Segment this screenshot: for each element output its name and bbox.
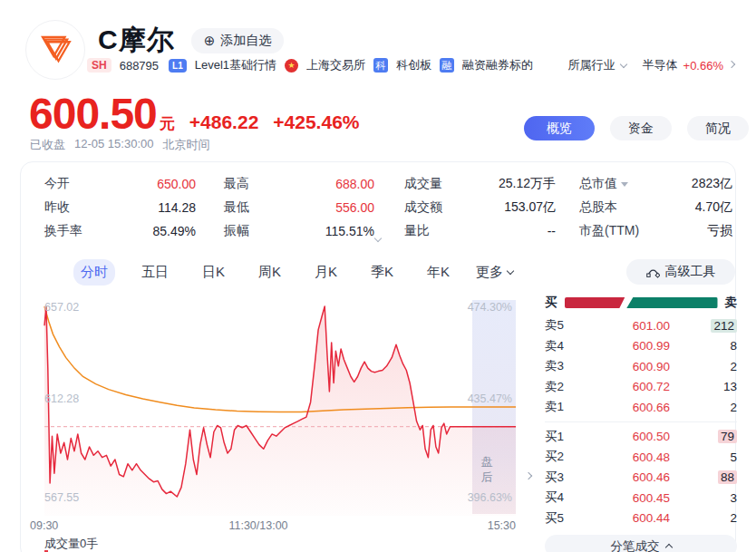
orderbook-level: 买3 xyxy=(545,470,586,486)
chart-period-tabs: 分时五日日K周K月K季K年K更多 xyxy=(73,258,513,286)
add-watchlist-label: 添加自选 xyxy=(220,33,271,49)
stat-label: 总股本 xyxy=(579,199,617,216)
stat-总股本: 总股本4.70亿 xyxy=(579,196,732,219)
stat-value: -- xyxy=(548,224,556,238)
china-flag-icon: ★ xyxy=(285,59,298,73)
stat-label: 成交量 xyxy=(404,176,442,192)
tab-funds[interactable]: 资金 xyxy=(610,116,672,140)
plus-circle-icon: ⊕ xyxy=(204,34,216,47)
orderbook-level: 买5 xyxy=(545,510,586,527)
chart-tab-周K[interactable]: 周K xyxy=(251,259,288,286)
stat-value: 115.51% xyxy=(325,224,374,238)
y-axis-right-mid: 435.47% xyxy=(468,392,512,405)
advanced-tools-button[interactable]: 高级工具 xyxy=(626,259,735,285)
orderbook-level: 卖4 xyxy=(545,338,586,354)
ask-rows: 卖5601.00212卖4600.998卖3600.902卖2600.7213卖… xyxy=(545,315,737,418)
orderbook-row-买2[interactable]: 买2600.485 xyxy=(545,447,737,468)
stat-label: 最高 xyxy=(224,176,249,192)
chevron-up-icon xyxy=(664,544,672,551)
orderbook-price: 600.72 xyxy=(586,380,690,393)
industry-label: 所属行业 xyxy=(568,57,615,73)
orderbook-row-买5[interactable]: 买5600.442 xyxy=(545,508,737,529)
industry-change: +0.66% xyxy=(683,59,723,73)
orderbook-price: 600.44 xyxy=(586,511,690,525)
orderbook-row-卖5[interactable]: 卖5601.00212 xyxy=(545,315,737,336)
orderbook-row-买3[interactable]: 买3600.4688 xyxy=(545,468,737,489)
orderbook-row-卖2[interactable]: 卖2600.7213 xyxy=(545,377,737,398)
after-hours-label: 盘后 xyxy=(479,454,495,485)
orderbook-level: 买2 xyxy=(545,449,586,465)
stat-value: 688.00 xyxy=(335,177,374,191)
y-axis-right-bottom: 396.63% xyxy=(468,491,512,504)
orderbook-price: 600.90 xyxy=(586,360,690,373)
chart-tab-年K[interactable]: 年K xyxy=(420,259,457,286)
orderbook-row-卖3[interactable]: 卖3600.902 xyxy=(545,356,737,377)
price-area-fill xyxy=(44,306,516,516)
stat-label: 最低 xyxy=(224,199,249,216)
order-book: 买 卖 卖5601.00212卖4600.998卖3600.902卖2600.7… xyxy=(545,296,737,552)
stat-label: 换手率 xyxy=(44,223,82,239)
chart-tab-月K[interactable]: 月K xyxy=(307,259,344,286)
y-axis-left-top: 657.02 xyxy=(44,301,79,314)
tick-trades-button[interactable]: 分笔成交 xyxy=(545,535,737,552)
star-board-label: 科创板 xyxy=(396,57,431,73)
stats-column: 成交量25.12万手成交额153.07亿量比-- xyxy=(404,172,556,243)
stat-label[interactable]: 总市值 xyxy=(579,176,628,192)
l1-badge: L1 xyxy=(169,59,187,73)
orderbook-level: 卖1 xyxy=(545,399,586,415)
chart-tab-季K[interactable]: 季K xyxy=(363,259,401,286)
chart-tab-more[interactable]: 更多 xyxy=(476,264,513,281)
add-watchlist-button[interactable]: ⊕ 添加自选 xyxy=(191,28,285,53)
average-price-line xyxy=(44,306,516,412)
tab-brief[interactable]: 简况 xyxy=(687,116,749,140)
orderbook-price: 600.48 xyxy=(586,450,690,464)
orderbook-row-卖1[interactable]: 卖1600.662 xyxy=(545,397,737,418)
orderbook-qty: 2 xyxy=(690,360,737,373)
stat-总市值: 总市值2823亿 xyxy=(579,172,732,196)
company-logo xyxy=(25,20,85,80)
bid-rows: 买1600.5079买2600.485买3600.4688买4600.453买5… xyxy=(545,427,737,529)
pen-tool-icon xyxy=(646,266,660,279)
stat-value: 亏损 xyxy=(707,223,732,239)
y-axis-left-bottom: 567.55 xyxy=(44,491,79,504)
chart-tab-五日[interactable]: 五日 xyxy=(134,259,176,286)
logo-triangles-icon xyxy=(36,31,74,69)
margin-label: 融资融券标的 xyxy=(462,57,533,73)
x-tick-open: 09:30 xyxy=(30,519,58,532)
tab-overview[interactable]: 概览 xyxy=(524,116,595,140)
current-price: 600.50 xyxy=(29,89,157,139)
market-status: 已收盘 xyxy=(30,137,65,153)
l1-label: Level1基础行情 xyxy=(195,57,276,73)
chevron-right-icon xyxy=(525,472,532,479)
orderbook-price: 600.45 xyxy=(586,491,690,505)
x-tick-noon: 11:30/13:00 xyxy=(228,519,287,532)
stat-value: 114.28 xyxy=(158,200,196,215)
stat-label: 市盈(TTM) xyxy=(579,223,639,239)
stats-grid: 今开650.00昨收114.28换手率85.49%最高688.00最低556.0… xyxy=(44,172,713,245)
orderbook-row-卖4[interactable]: 卖4600.998 xyxy=(545,336,737,357)
price-change-pct: +425.46% xyxy=(273,111,359,133)
chart-tab-分时[interactable]: 分时 xyxy=(73,259,115,286)
title-row: C摩尔 ⊕ 添加自选 xyxy=(98,22,284,59)
chevron-right-icon xyxy=(728,60,735,67)
stats-column: 最高688.00最低556.00振幅115.51% xyxy=(224,172,374,243)
orderbook-price: 600.99 xyxy=(586,339,690,353)
price-change: +486.22 xyxy=(189,111,259,133)
buy-sell-ratio-bar: 买 卖 xyxy=(545,296,737,309)
orderbook-row-买4[interactable]: 买4600.453 xyxy=(545,488,737,508)
margin-badge: 融 xyxy=(440,58,454,73)
orderbook-level: 卖3 xyxy=(545,358,586,374)
industry-dropdown[interactable]: 所属行业 半导体 +0.66% xyxy=(568,57,734,73)
chevron-down-icon xyxy=(619,60,626,67)
orderbook-qty: 2 xyxy=(690,511,737,525)
stat-value: 85.49% xyxy=(153,224,196,238)
expand-stats-button[interactable] xyxy=(21,238,735,241)
qty-highlight: 88 xyxy=(718,470,737,484)
collapse-orderbook-button[interactable] xyxy=(522,463,535,485)
stat-value: 2823亿 xyxy=(692,176,732,192)
intraday-chart[interactable]: 657.02 612.28 567.55 474.30% 435.47% 396… xyxy=(28,293,516,552)
orderbook-row-买1[interactable]: 买1600.5079 xyxy=(545,427,737,448)
stat-label: 振幅 xyxy=(224,223,249,239)
chart-tab-日K[interactable]: 日K xyxy=(195,259,232,286)
stat-label: 成交额 xyxy=(404,199,442,216)
